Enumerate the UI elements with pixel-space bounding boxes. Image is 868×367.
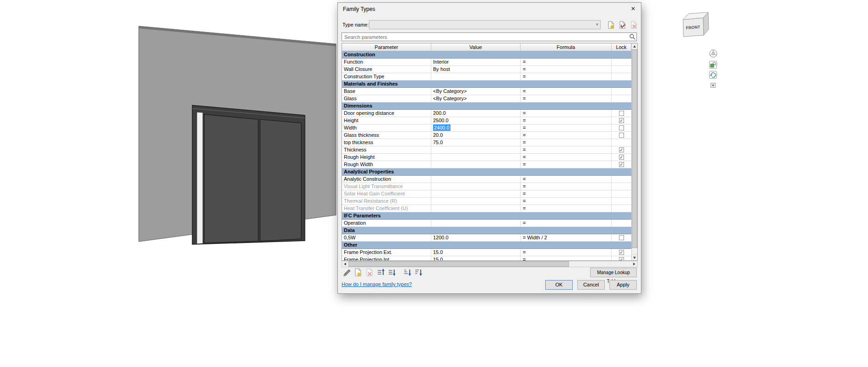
door-panel-left[interactable] <box>204 114 258 243</box>
sort-ascending-button[interactable] <box>403 268 412 277</box>
lock-checkbox[interactable] <box>619 235 624 240</box>
param-name-cell[interactable]: Operation <box>342 220 431 227</box>
param-value-cell[interactable]: 15.0 <box>431 256 521 260</box>
param-value-cell[interactable]: By host <box>431 66 521 73</box>
lock-checkbox[interactable]: ✓ <box>619 155 624 160</box>
new-type-button[interactable] <box>607 21 615 29</box>
param-name-cell[interactable]: Thickness <box>342 146 431 154</box>
apply-button[interactable]: Apply <box>609 280 637 290</box>
param-formula-cell[interactable]: = <box>521 249 612 256</box>
param-formula-cell[interactable]: = <box>521 146 612 154</box>
param-value-cell[interactable] <box>431 176 521 183</box>
param-name-cell[interactable]: 0,5W <box>342 234 431 242</box>
scroll-left-button[interactable] <box>342 261 348 267</box>
lock-checkbox[interactable] <box>619 133 624 138</box>
param-value-cell[interactable]: 1200.0 <box>431 234 521 242</box>
param-value-cell[interactable] <box>431 161 521 168</box>
param-value-cell[interactable]: 200.0 <box>431 110 521 117</box>
delete-parameter-button[interactable] <box>365 268 374 277</box>
param-value-cell[interactable]: <By Category> <box>431 95 521 103</box>
lock-checkbox[interactable]: ✓ <box>619 162 624 167</box>
param-value-cell[interactable] <box>431 220 521 227</box>
param-name-cell[interactable]: Base <box>342 88 431 95</box>
param-formula-cell[interactable]: = <box>521 132 612 139</box>
param-formula-cell[interactable]: = <box>521 124 612 132</box>
param-name-cell[interactable]: top thickness <box>342 139 431 146</box>
param-name-cell[interactable]: Glass thickness <box>342 132 431 139</box>
lock-checkbox[interactable]: ✓ <box>619 250 624 255</box>
param-formula-cell[interactable]: = <box>521 161 612 168</box>
lock-checkbox[interactable]: ✓ <box>619 257 624 260</box>
param-name-cell[interactable]: Analytic Construction <box>342 176 431 183</box>
door-glass-strip[interactable] <box>197 112 203 244</box>
param-value-cell[interactable] <box>431 154 521 161</box>
param-name-cell[interactable]: Rough Height <box>342 154 431 161</box>
type-name-combobox[interactable]: ▾ <box>369 20 601 29</box>
param-name-cell[interactable]: Rough Width <box>342 161 431 168</box>
param-value-cell[interactable]: 15.0 <box>431 249 521 256</box>
vertical-scrollbar[interactable] <box>631 43 637 260</box>
param-name-cell[interactable]: Glass <box>342 95 431 103</box>
param-formula-cell[interactable]: = <box>521 176 612 183</box>
param-formula-cell[interactable]: = <box>521 198 612 205</box>
previous-view-icon[interactable] <box>709 71 717 81</box>
param-name-cell[interactable]: Width <box>342 124 431 132</box>
lock-checkbox[interactable]: ✓ <box>619 147 624 152</box>
param-formula-cell[interactable]: = <box>521 205 612 212</box>
param-formula-cell[interactable]: = <box>521 190 612 198</box>
param-formula-cell[interactable]: = <box>521 139 612 146</box>
navbar-expand-icon[interactable] <box>711 81 716 90</box>
param-formula-cell[interactable]: = <box>521 95 612 103</box>
param-value-cell[interactable]: 2400.0 <box>431 124 521 132</box>
horizontal-scrollbar[interactable] <box>342 261 638 267</box>
param-value-cell[interactable] <box>431 205 521 212</box>
search-input[interactable] <box>342 32 637 41</box>
new-parameter-button[interactable] <box>354 268 363 277</box>
lock-checkbox[interactable]: ✓ <box>619 118 624 123</box>
lock-checkbox[interactable] <box>619 111 624 116</box>
move-parameter-up-button[interactable] <box>377 268 386 277</box>
horizontal-scroll-thumb[interactable] <box>348 261 569 267</box>
param-value-cell[interactable]: Interior <box>431 59 521 66</box>
viewcube[interactable]: FRONT <box>680 8 713 39</box>
param-name-cell[interactable]: Solar Heat Gain Coefficient <box>342 190 431 198</box>
lock-checkbox[interactable] <box>619 125 624 130</box>
param-formula-cell[interactable]: = <box>521 59 612 66</box>
param-formula-cell[interactable]: = <box>521 154 612 161</box>
close-icon[interactable]: ✕ <box>625 3 641 15</box>
param-formula-cell[interactable]: = <box>521 183 612 190</box>
vertical-scroll-thumb[interactable] <box>632 49 637 248</box>
param-value-cell[interactable] <box>431 190 521 198</box>
param-name-cell[interactable]: Frame Projection Int. <box>342 256 431 260</box>
param-name-cell[interactable]: Frame Projection Ext. <box>342 249 431 256</box>
param-name-cell[interactable]: Heat Transfer Coefficient (U) <box>342 205 431 212</box>
manage-lookup-tables-button[interactable]: Manage Lookup Tables <box>590 268 637 277</box>
door-panel-right[interactable] <box>260 119 301 241</box>
param-formula-cell[interactable]: = <box>521 110 612 117</box>
cancel-button[interactable]: Cancel <box>577 280 605 290</box>
param-formula-cell[interactable]: = <box>521 88 612 95</box>
param-value-cell[interactable] <box>431 198 521 205</box>
param-name-cell[interactable]: Thermal Resistance (R) <box>342 198 431 205</box>
param-formula-cell[interactable]: = Width / 2 <box>521 234 612 242</box>
delete-type-button[interactable] <box>630 21 638 29</box>
param-value-cell[interactable] <box>431 146 521 154</box>
param-value-cell[interactable]: <By Category> <box>431 88 521 95</box>
dialog-titlebar[interactable]: Family Types ✕ <box>338 3 641 15</box>
param-name-cell[interactable]: Wall Closure <box>342 66 431 73</box>
param-formula-cell[interactable]: = <box>521 220 612 227</box>
param-name-cell[interactable]: Construction Type <box>342 73 431 81</box>
param-formula-cell[interactable]: = <box>521 73 612 81</box>
move-parameter-down-button[interactable] <box>388 268 397 277</box>
edit-parameter-button[interactable] <box>342 268 352 277</box>
param-value-cell[interactable]: 2500.0 <box>431 117 521 124</box>
param-name-cell[interactable]: Door opening distance <box>342 110 431 117</box>
param-value-cell[interactable]: 20.0 <box>431 132 521 139</box>
scroll-down-button[interactable] <box>632 254 637 260</box>
param-name-cell[interactable]: Height <box>342 117 431 124</box>
param-formula-cell[interactable]: = <box>521 256 612 260</box>
param-formula-cell[interactable]: = <box>521 66 612 73</box>
param-value-cell[interactable] <box>431 73 521 81</box>
param-value-cell[interactable] <box>431 183 521 190</box>
param-value-cell[interactable]: 75.0 <box>431 139 521 146</box>
